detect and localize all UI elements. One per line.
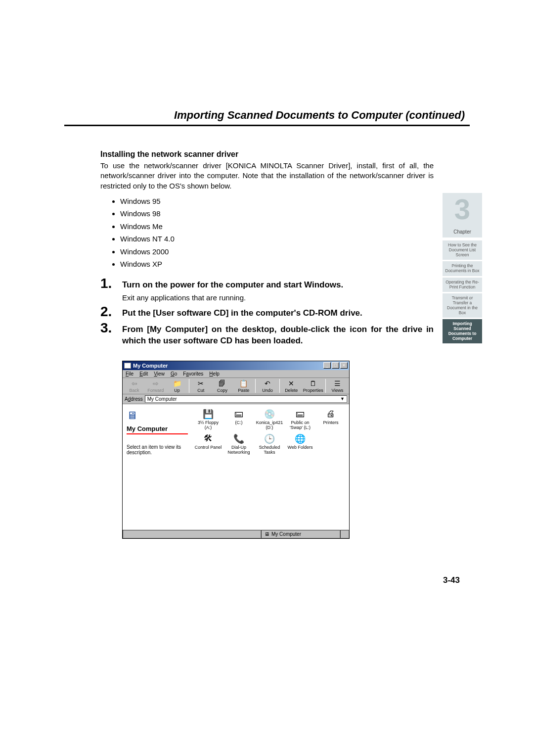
- menu-edit[interactable]: Edit: [139, 371, 148, 377]
- os-item: Windows 95: [120, 195, 434, 208]
- cpanel-icon: 🛠: [201, 433, 215, 445]
- menu-help[interactable]: Help: [209, 371, 220, 377]
- computer-small-icon: 🖥: [265, 531, 269, 537]
- my-computer-window: My Computer _ □ × File Edit View Go Favo…: [122, 361, 350, 539]
- tb-paste[interactable]: 📋Paste: [234, 379, 253, 393]
- nav-tab-4[interactable]: Importing Scanned Documents to Computer: [443, 319, 482, 343]
- side-title: My Computer: [127, 425, 188, 434]
- step-title: Turn on the power for the computer and s…: [122, 280, 434, 291]
- os-item: Windows NT 4.0: [120, 233, 434, 245]
- toolbar-separator: [189, 379, 189, 393]
- dialup-icon: 📞: [232, 433, 246, 445]
- dialup-networking[interactable]: 📞Dial-Up Networking: [224, 433, 253, 455]
- nav-tab-1[interactable]: Printing the Documents in Box: [443, 261, 482, 276]
- screenshot: My Computer _ □ × File Edit View Go Favo…: [122, 361, 434, 539]
- os-item: Windows XP: [120, 258, 434, 271]
- os-item: Windows 2000: [120, 245, 434, 258]
- nav-tab-0[interactable]: How to See the Document List Screen: [443, 240, 482, 260]
- tb-up[interactable]: 📁Up: [167, 379, 186, 393]
- tb-delete[interactable]: ✕Delete: [282, 379, 301, 393]
- tb-copy[interactable]: 🗐Copy: [213, 379, 232, 393]
- statusbar: 🖥 My Computer: [123, 529, 349, 538]
- menu-view[interactable]: View: [154, 371, 165, 377]
- control-panel[interactable]: 🛠Control Panel: [194, 433, 222, 455]
- status-mid: 🖥 My Computer: [261, 530, 340, 538]
- window-icon: [124, 363, 131, 369]
- cd-icon: 💿: [263, 408, 276, 420]
- tb-properties[interactable]: 🗒Properties: [303, 379, 323, 393]
- minimize-button[interactable]: _: [323, 362, 331, 369]
- page-number: 3-43: [443, 575, 460, 585]
- printers-folder[interactable]: 🖨Printers: [316, 408, 345, 430]
- os-item: Windows Me: [120, 220, 434, 233]
- chapter-nav: 3 Chapter How to See the Document List S…: [443, 193, 482, 345]
- dropdown-icon[interactable]: ▼: [340, 396, 345, 401]
- drive-floppy[interactable]: 💾3½ Floppy (A:): [194, 408, 222, 430]
- nav-tab-2[interactable]: Operating the Re-Print Function: [443, 278, 482, 292]
- step-title: From [My Computer] on the desktop, doubl…: [122, 324, 434, 347]
- os-item: Windows 98: [120, 207, 434, 220]
- tb-back[interactable]: ⇦Back: [125, 379, 144, 393]
- copy-icon: 🗐: [217, 379, 227, 388]
- menu-favorites[interactable]: Favorites: [183, 371, 203, 377]
- up-icon: 📁: [172, 379, 182, 388]
- resize-grip[interactable]: [340, 530, 349, 538]
- web-folders[interactable]: 🌐Web Folders: [286, 433, 314, 455]
- step-title: Put the [User software CD] in the comput…: [122, 308, 434, 319]
- chapter-indicator: 3 Chapter: [443, 193, 482, 237]
- properties-icon: 🗒: [308, 379, 318, 388]
- intro-paragraph: To use the network/scanner driver [KONIC…: [100, 161, 434, 191]
- scheduled-tasks[interactable]: 🕒Scheduled Tasks: [255, 433, 284, 455]
- chapter-label: Chapter: [453, 229, 471, 235]
- printer-icon: 🖨: [324, 408, 338, 420]
- nav-tab-3[interactable]: Transmit or Transfer a Document in the B…: [443, 293, 482, 318]
- drive-c[interactable]: 🖴(C:): [224, 408, 253, 430]
- subheading: Installing the network scanner driver: [100, 150, 434, 159]
- address-input[interactable]: My Computer ▼: [145, 395, 347, 403]
- toolbar: ⇦Back ⇨Forward 📁Up ✂Cut 🗐Copy 📋Paste ↶Un…: [123, 378, 349, 394]
- menu-go[interactable]: Go: [171, 371, 177, 377]
- close-button[interactable]: ×: [340, 362, 348, 369]
- side-hint: Select an item to view its description.: [127, 444, 188, 455]
- views-icon: ☰: [332, 379, 342, 388]
- maximize-button[interactable]: □: [332, 362, 339, 369]
- icon-pane: 💾3½ Floppy (A:) 🖴(C:) 💿Konica_ip421 (D:)…: [192, 404, 349, 529]
- steps-list: Turn on the power for the computer and s…: [100, 280, 434, 347]
- delete-icon: ✕: [286, 379, 296, 388]
- step-note: Exit any applications that are running.: [122, 293, 434, 303]
- menu-file[interactable]: File: [126, 371, 134, 377]
- floppy-icon: 💾: [201, 408, 215, 420]
- address-bar: Address My Computer ▼: [123, 394, 349, 404]
- paste-icon: 📋: [239, 379, 249, 388]
- computer-icon: 🖥: [127, 409, 188, 422]
- tasks-icon: 🕒: [263, 433, 276, 445]
- side-pane: 🖥 My Computer Select an item to view its…: [123, 404, 192, 529]
- tb-forward[interactable]: ⇨Forward: [146, 379, 165, 393]
- forward-icon: ⇨: [151, 379, 161, 388]
- chapter-number: 3: [443, 195, 482, 224]
- window-title: My Computer: [133, 363, 168, 369]
- step-1: Turn on the power for the computer and s…: [100, 280, 434, 303]
- step-3: From [My Computer] on the desktop, doubl…: [100, 324, 434, 347]
- section-title: Importing Scanned Documents to Computer …: [64, 109, 470, 125]
- address-value: My Computer: [147, 396, 177, 402]
- drive-network[interactable]: 🖴Public on 'Swap' (L:): [286, 408, 314, 430]
- drive-cd[interactable]: 💿Konica_ip421 (D:): [255, 408, 284, 430]
- netdrive-icon: 🖴: [293, 408, 307, 420]
- undo-icon: ↶: [263, 379, 272, 388]
- hdd-icon: 🖴: [232, 408, 246, 420]
- back-icon: ⇦: [130, 379, 139, 388]
- toolbar-separator: [325, 379, 326, 393]
- tb-cut[interactable]: ✂Cut: [191, 379, 211, 393]
- tb-undo[interactable]: ↶Undo: [258, 379, 277, 393]
- webfolders-icon: 🌐: [293, 433, 307, 445]
- address-label: Address: [125, 396, 143, 402]
- cut-icon: ✂: [196, 379, 206, 388]
- status-left: [123, 530, 261, 538]
- step-2: Put the [User software CD] in the comput…: [100, 308, 434, 319]
- toolbar-separator: [279, 379, 280, 393]
- title-rule: [64, 125, 470, 126]
- tb-views[interactable]: ☰Views: [328, 379, 347, 393]
- toolbar-separator: [255, 379, 256, 393]
- menubar: File Edit View Go Favorites Help: [123, 370, 349, 378]
